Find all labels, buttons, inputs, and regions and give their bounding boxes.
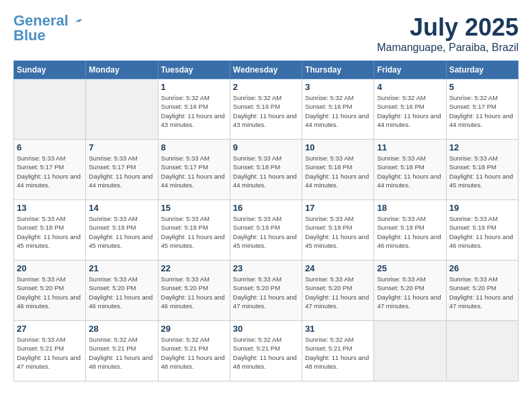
calendar-cell: 15Sunrise: 5:33 AM Sunset: 5:19 PM Dayli… [158,200,230,261]
calendar-cell: 22Sunrise: 5:33 AM Sunset: 5:20 PM Dayli… [158,261,230,321]
calendar-cell: 6Sunrise: 5:33 AM Sunset: 5:17 PM Daylig… [14,140,86,200]
day-info: Sunrise: 5:33 AM Sunset: 5:20 PM Dayligh… [305,275,371,310]
day-info: Sunrise: 5:32 AM Sunset: 5:16 PM Dayligh… [377,93,443,129]
day-number: 31 [305,324,371,334]
day-number: 1 [161,82,227,92]
page-header: General Blue July 2025 Mamanguape, Parai… [13,13,519,54]
day-info: Sunrise: 5:32 AM Sunset: 5:21 PM Dayligh… [233,335,299,371]
logo-bird-icon [74,16,83,26]
day-number: 20 [17,263,83,273]
day-info: Sunrise: 5:33 AM Sunset: 5:20 PM Dayligh… [89,275,154,310]
day-number: 17 [305,203,371,213]
calendar-cell [374,321,446,381]
calendar-cell: 8Sunrise: 5:33 AM Sunset: 5:17 PM Daylig… [158,140,230,200]
calendar-cell: 10Sunrise: 5:33 AM Sunset: 5:18 PM Dayli… [302,140,374,200]
calendar-week-row: 1Sunrise: 5:32 AM Sunset: 5:16 PM Daylig… [14,79,519,140]
calendar-cell: 18Sunrise: 5:33 AM Sunset: 5:19 PM Dayli… [374,200,446,261]
day-number: 16 [233,203,299,213]
day-number: 13 [17,203,83,213]
day-number: 3 [305,82,371,92]
day-info: Sunrise: 5:33 AM Sunset: 5:18 PM Dayligh… [17,214,83,250]
calendar-cell: 9Sunrise: 5:33 AM Sunset: 5:18 PM Daylig… [230,140,302,200]
location-title: Mamanguape, Paraiba, Brazil [377,42,519,54]
day-number: 7 [89,142,154,152]
calendar-cell: 17Sunrise: 5:33 AM Sunset: 5:19 PM Dayli… [302,200,374,261]
calendar-cell: 28Sunrise: 5:32 AM Sunset: 5:21 PM Dayli… [86,321,158,381]
calendar-cell: 1Sunrise: 5:32 AM Sunset: 5:16 PM Daylig… [158,79,230,140]
calendar-cell: 30Sunrise: 5:32 AM Sunset: 5:21 PM Dayli… [230,321,302,381]
calendar-cell: 4Sunrise: 5:32 AM Sunset: 5:16 PM Daylig… [374,79,446,140]
day-number: 29 [161,324,227,334]
day-info: Sunrise: 5:33 AM Sunset: 5:20 PM Dayligh… [377,275,443,310]
calendar-header-row: SundayMondayTuesdayWednesdayThursdayFrid… [14,61,519,79]
calendar-cell [446,321,518,381]
day-header-thursday: Thursday [302,61,374,79]
day-number: 22 [161,263,227,273]
day-number: 11 [377,142,443,152]
day-number: 28 [89,324,154,334]
day-info: Sunrise: 5:33 AM Sunset: 5:18 PM Dayligh… [305,154,371,189]
logo-text: General [13,13,83,28]
calendar-week-row: 13Sunrise: 5:33 AM Sunset: 5:18 PM Dayli… [14,200,519,261]
day-info: Sunrise: 5:32 AM Sunset: 5:16 PM Dayligh… [161,93,227,129]
calendar-week-row: 6Sunrise: 5:33 AM Sunset: 5:17 PM Daylig… [14,140,519,200]
day-number: 21 [89,263,154,273]
day-number: 10 [305,142,371,152]
calendar-cell: 31Sunrise: 5:32 AM Sunset: 5:21 PM Dayli… [302,321,374,381]
day-number: 5 [449,82,515,92]
day-header-monday: Monday [86,61,158,79]
day-header-saturday: Saturday [446,61,518,79]
calendar-cell: 12Sunrise: 5:33 AM Sunset: 5:18 PM Dayli… [446,140,518,200]
day-info: Sunrise: 5:33 AM Sunset: 5:19 PM Dayligh… [161,214,227,250]
day-info: Sunrise: 5:33 AM Sunset: 5:17 PM Dayligh… [89,154,154,189]
day-number: 19 [449,203,515,213]
day-info: Sunrise: 5:33 AM Sunset: 5:19 PM Dayligh… [377,214,443,250]
day-header-sunday: Sunday [14,61,86,79]
day-info: Sunrise: 5:33 AM Sunset: 5:18 PM Dayligh… [449,154,515,189]
month-title: July 2025 [377,13,519,42]
logo-blue: Blue [13,28,83,43]
calendar-table: SundayMondayTuesdayWednesdayThursdayFrid… [13,60,519,381]
day-info: Sunrise: 5:32 AM Sunset: 5:21 PM Dayligh… [89,335,154,371]
day-info: Sunrise: 5:33 AM Sunset: 5:19 PM Dayligh… [305,214,371,250]
title-block: July 2025 Mamanguape, Paraiba, Brazil [377,13,519,54]
day-number: 14 [89,203,154,213]
calendar-week-row: 20Sunrise: 5:33 AM Sunset: 5:20 PM Dayli… [14,261,519,321]
day-number: 26 [449,263,515,273]
calendar-cell: 2Sunrise: 5:32 AM Sunset: 5:16 PM Daylig… [230,79,302,140]
calendar-cell: 26Sunrise: 5:33 AM Sunset: 5:20 PM Dayli… [446,261,518,321]
day-info: Sunrise: 5:33 AM Sunset: 5:18 PM Dayligh… [233,154,299,189]
calendar-cell [86,79,158,140]
calendar-cell: 19Sunrise: 5:33 AM Sunset: 5:19 PM Dayli… [446,200,518,261]
calendar-cell: 21Sunrise: 5:33 AM Sunset: 5:20 PM Dayli… [86,261,158,321]
day-number: 8 [161,142,227,152]
day-number: 27 [17,324,83,334]
day-info: Sunrise: 5:32 AM Sunset: 5:21 PM Dayligh… [161,335,227,371]
day-info: Sunrise: 5:33 AM Sunset: 5:21 PM Dayligh… [17,335,83,371]
day-info: Sunrise: 5:33 AM Sunset: 5:17 PM Dayligh… [161,154,227,189]
day-number: 2 [233,82,299,92]
day-header-wednesday: Wednesday [230,61,302,79]
calendar-body: 1Sunrise: 5:32 AM Sunset: 5:16 PM Daylig… [14,79,519,381]
calendar-cell: 25Sunrise: 5:33 AM Sunset: 5:20 PM Dayli… [374,261,446,321]
calendar-cell: 16Sunrise: 5:33 AM Sunset: 5:19 PM Dayli… [230,200,302,261]
calendar-cell: 3Sunrise: 5:32 AM Sunset: 5:16 PM Daylig… [302,79,374,140]
calendar-cell: 27Sunrise: 5:33 AM Sunset: 5:21 PM Dayli… [14,321,86,381]
logo: General Blue [13,13,83,43]
day-info: Sunrise: 5:32 AM Sunset: 5:16 PM Dayligh… [233,93,299,129]
day-header-tuesday: Tuesday [158,61,230,79]
day-number: 9 [233,142,299,152]
day-number: 30 [233,324,299,334]
day-info: Sunrise: 5:32 AM Sunset: 5:17 PM Dayligh… [449,93,515,129]
day-number: 4 [377,82,443,92]
calendar-cell: 14Sunrise: 5:33 AM Sunset: 5:19 PM Dayli… [86,200,158,261]
day-info: Sunrise: 5:33 AM Sunset: 5:20 PM Dayligh… [233,275,299,310]
day-info: Sunrise: 5:33 AM Sunset: 5:18 PM Dayligh… [377,154,443,189]
day-info: Sunrise: 5:33 AM Sunset: 5:20 PM Dayligh… [449,275,515,310]
calendar-cell: 7Sunrise: 5:33 AM Sunset: 5:17 PM Daylig… [86,140,158,200]
calendar-cell: 24Sunrise: 5:33 AM Sunset: 5:20 PM Dayli… [302,261,374,321]
day-number: 25 [377,263,443,273]
calendar-cell: 29Sunrise: 5:32 AM Sunset: 5:21 PM Dayli… [158,321,230,381]
calendar-cell: 23Sunrise: 5:33 AM Sunset: 5:20 PM Dayli… [230,261,302,321]
day-header-friday: Friday [374,61,446,79]
